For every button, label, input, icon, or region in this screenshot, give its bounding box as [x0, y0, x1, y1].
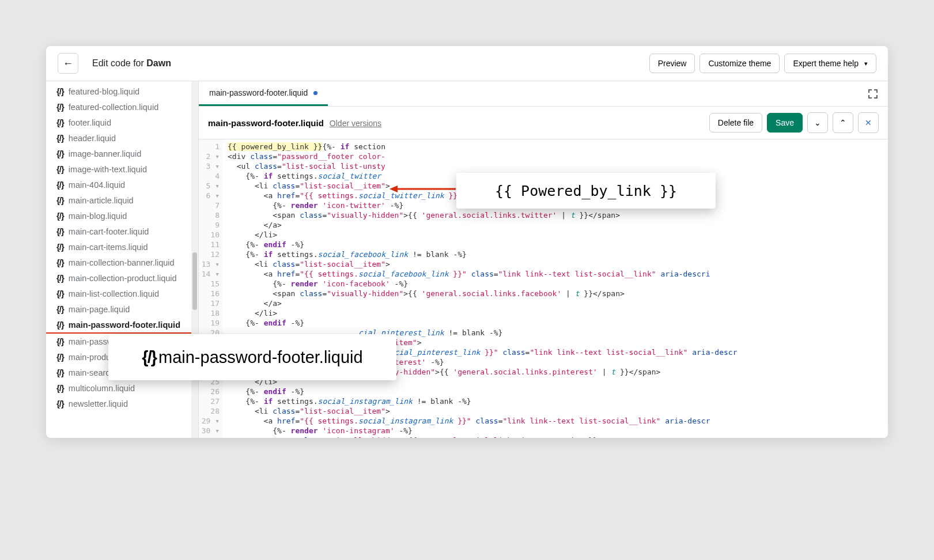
liquid-file-icon: {/} [56, 149, 64, 158]
file-header: main-password-footer.liquid Older versio… [199, 107, 888, 139]
sidebar-file-item[interactable]: {/}newsletter.liquid [46, 396, 198, 411]
customize-theme-button[interactable]: Customize theme [699, 54, 780, 73]
liquid-file-icon: {/} [56, 102, 64, 112]
sidebar-file-label: main-cart-items.liquid [69, 243, 148, 252]
arrow-left-icon: ← [63, 58, 73, 70]
sidebar-file-label: main-collection-product.liquid [69, 274, 177, 283]
liquid-file-icon: {/} [56, 118, 64, 127]
liquid-file-icon: {/} [56, 289, 64, 298]
dirty-indicator-icon [313, 91, 317, 95]
liquid-file-icon: {/} [56, 352, 64, 362]
sidebar-file-item[interactable]: {/}multicolumn.liquid [46, 380, 198, 396]
liquid-file-icon: {/} [56, 383, 64, 393]
close-search-button[interactable]: ✕ [858, 112, 879, 133]
liquid-file-icon: {/} [56, 258, 64, 267]
sidebar-file-item[interactable]: {/}main-page.liquid [46, 301, 198, 317]
sidebar-file-item[interactable]: {/}main-cart-items.liquid [46, 239, 198, 255]
sidebar-file-label: main-cart-footer.liquid [69, 227, 149, 236]
topbar-left: ← Edit code for Dawn [58, 53, 171, 74]
sidebar-file-label: main-password-footer.liquid [69, 320, 180, 330]
prev-match-button[interactable]: ⌃ [833, 112, 853, 133]
sidebar-file-label: featured-blog.liquid [69, 87, 139, 96]
liquid-file-icon: {/} [56, 336, 64, 346]
liquid-file-icon: {/} [56, 399, 64, 408]
page-title-prefix: Edit code for [92, 58, 146, 68]
annotation-code-text: {{ Powered_by_link }} [495, 183, 677, 199]
sidebar-file-label: main-article.liquid [69, 196, 134, 205]
active-tab[interactable]: main-password-footer.liquid [199, 81, 328, 106]
older-versions-link[interactable]: Older versions [330, 119, 381, 128]
sidebar-file-item[interactable]: {/}featured-blog.liquid [46, 84, 198, 99]
expert-help-button[interactable]: Expert theme help [784, 54, 876, 73]
chevron-down-icon: ⌄ [814, 118, 821, 127]
topbar-right: Preview Customize theme Expert theme hel… [649, 54, 876, 73]
page-title: Edit code for Dawn [92, 58, 171, 69]
liquid-file-icon: {/} [56, 226, 64, 236]
sidebar-file-label: footer.liquid [69, 118, 111, 127]
preview-button[interactable]: Preview [649, 54, 695, 73]
back-button[interactable]: ← [58, 53, 78, 74]
tab-filename: main-password-footer.liquid [209, 88, 308, 97]
tab-strip: main-password-footer.liquid [199, 81, 888, 107]
save-button[interactable]: Save [767, 113, 803, 133]
liquid-file-icon: {/} [56, 86, 64, 96]
sidebar-file-item[interactable]: {/}main-password-footer.liquid [46, 317, 198, 334]
sidebar-file-label: main-collection-banner.liquid [69, 258, 175, 267]
sidebar-file-label: main-page.liquid [69, 305, 130, 314]
file-header-name: main-password-footer.liquid [208, 118, 324, 128]
annotation-filename-callout: {/}main-password-footer.liquid [108, 334, 396, 380]
liquid-file-icon: {/} [56, 320, 64, 330]
liquid-file-icon: {/} [56, 180, 64, 190]
sidebar[interactable]: {/}featured-blog.liquid{/}featured-colle… [46, 81, 199, 438]
sidebar-file-label: header.liquid [69, 134, 116, 143]
chevron-up-icon: ⌃ [840, 118, 846, 127]
sidebar-file-item[interactable]: {/}main-collection-product.liquid [46, 270, 198, 286]
editor-pane: main-password-footer.liquid main-passwor… [199, 81, 888, 438]
main-area: {/}featured-blog.liquid{/}featured-colle… [46, 81, 888, 438]
liquid-file-icon: {/} [56, 133, 64, 143]
sidebar-file-item[interactable]: {/}main-404.liquid [46, 177, 198, 192]
sidebar-file-item[interactable]: {/}main-list-collection.liquid [46, 286, 198, 301]
sidebar-file-label: main-404.liquid [69, 180, 125, 190]
sidebar-file-item[interactable]: {/}footer.liquid [46, 115, 198, 130]
close-icon: ✕ [865, 118, 872, 127]
sidebar-file-label: image-with-text.liquid [69, 165, 147, 174]
next-match-button[interactable]: ⌄ [807, 112, 828, 133]
sidebar-file-item[interactable]: {/}image-with-text.liquid [46, 161, 198, 177]
sidebar-file-label: multicolumn.liquid [69, 384, 135, 393]
sidebar-file-item[interactable]: {/}featured-collection.liquid [46, 99, 198, 115]
liquid-file-icon: {/} [56, 304, 64, 314]
liquid-file-icon: {/} [56, 164, 64, 174]
file-header-left: main-password-footer.liquid Older versio… [208, 118, 381, 128]
topbar: ← Edit code for Dawn Preview Customize t… [46, 46, 888, 81]
sidebar-file-item[interactable]: {/}header.liquid [46, 130, 198, 146]
sidebar-file-label: main-list-collection.liquid [69, 289, 159, 298]
sidebar-file-item[interactable]: {/}image-banner.liquid [46, 146, 198, 161]
annotation-filename-text: main-password-footer.liquid [158, 348, 363, 367]
sidebar-file-label: main-blog.liquid [69, 211, 127, 221]
sidebar-file-item[interactable]: {/}main-blog.liquid [46, 208, 198, 224]
scrollbar-track[interactable] [191, 81, 198, 438]
editor-frame: ← Edit code for Dawn Preview Customize t… [46, 46, 888, 438]
liquid-file-icon: {/} [56, 242, 64, 252]
sidebar-file-label: featured-collection.liquid [69, 103, 158, 112]
sidebar-file-item[interactable]: {/}main-collection-banner.liquid [46, 255, 198, 270]
page-title-theme: Dawn [146, 58, 171, 68]
fullscreen-icon[interactable] [867, 88, 879, 100]
scrollbar-thumb[interactable] [192, 252, 197, 310]
liquid-file-icon: {/} [56, 273, 64, 283]
delete-file-button[interactable]: Delete file [709, 113, 762, 133]
sidebar-file-item[interactable]: {/}main-cart-footer.liquid [46, 224, 198, 239]
sidebar-file-item[interactable]: {/}main-article.liquid [46, 192, 198, 208]
file-header-right: Delete file Save ⌄ ⌃ ✕ [709, 112, 879, 133]
sidebar-file-label: newsletter.liquid [69, 399, 128, 408]
annotation-file-icon: {/} [142, 348, 156, 367]
liquid-file-icon: {/} [56, 195, 64, 205]
liquid-file-icon: {/} [56, 211, 64, 221]
sidebar-file-label: image-banner.liquid [69, 149, 142, 158]
liquid-file-icon: {/} [56, 368, 64, 377]
line-gutter: 12 ▾3 ▾45 ▾6 ▾78910111213 ▾14 ▾151617181… [199, 139, 223, 438]
annotation-code-callout: {{ Powered_by_link }} [456, 173, 716, 209]
